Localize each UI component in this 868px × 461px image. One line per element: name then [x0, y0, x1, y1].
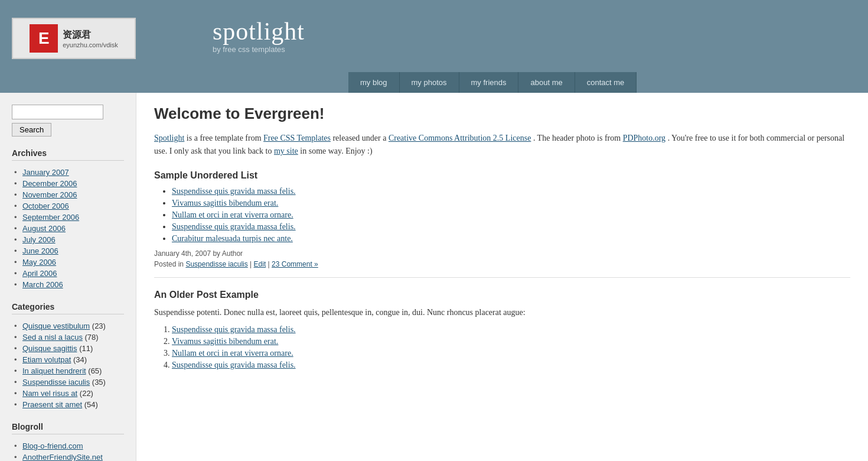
- post-1-category-link[interactable]: Suspendisse iaculis: [185, 260, 247, 268]
- pdphoto-link[interactable]: PDPhoto.org: [623, 134, 665, 142]
- list-item: Suspendisse quis gravida massa felis.: [172, 187, 850, 196]
- post-list-link[interactable]: Suspendisse quis gravida massa felis.: [172, 361, 296, 369]
- logo-zh-text: 资源君: [63, 29, 118, 41]
- list-item: September 2006: [12, 212, 124, 223]
- category-link[interactable]: Quisque sagittis: [22, 344, 77, 353]
- archive-link[interactable]: January 2007: [22, 168, 69, 177]
- list-item: Quisque vestibulum (23): [12, 320, 124, 332]
- category-link[interactable]: Quisque vestibulum: [22, 322, 90, 330]
- list-item: Praesent sit amet (54): [12, 399, 124, 410]
- post-1-comment-link[interactable]: 23 Comment »: [272, 260, 318, 268]
- logo-container[interactable]: E 资源君 eyunzhu.com/vdisk: [12, 18, 136, 59]
- category-count: (35): [92, 378, 106, 387]
- nav-item-about-me[interactable]: about me: [518, 72, 575, 93]
- categories-list: Quisque vestibulum (23) Sed a nisl a lac…: [12, 320, 124, 410]
- archive-link[interactable]: April 2006: [22, 269, 57, 278]
- post-list-link[interactable]: Suspendisse quis gravida massa felis.: [172, 222, 296, 231]
- search-input[interactable]: [12, 105, 103, 119]
- nav-item-my-blog[interactable]: my blog: [348, 72, 400, 93]
- post-list-link[interactable]: Vivamus sagittis bibendum erat.: [172, 199, 278, 207]
- list-item: August 2006: [12, 223, 124, 234]
- category-link[interactable]: Suspendisse iaculis: [22, 378, 90, 387]
- search-box-container: Search: [12, 105, 124, 137]
- list-item: January 2007: [12, 167, 124, 178]
- list-item: April 2006: [12, 268, 124, 279]
- list-item: Suspendisse iaculis (35): [12, 376, 124, 388]
- list-item: Vivamus sagittis bibendum erat.: [172, 199, 850, 208]
- list-item: Nullam et orci in erat viverra ornare.: [172, 349, 850, 358]
- archive-link[interactable]: October 2006: [22, 202, 69, 210]
- list-item: July 2006: [12, 234, 124, 245]
- creative-commons-link[interactable]: Creative Commons Attribution 2.5 License: [389, 134, 531, 142]
- site-title: spotlight: [213, 18, 856, 45]
- intro-text-2: released under a: [332, 134, 388, 142]
- blogroll-link[interactable]: Blog-o-friend.com: [22, 441, 83, 450]
- nav-bar: my blog my photos my friends about me co…: [0, 72, 868, 93]
- intro-text-5: in some way. Enjoy :): [300, 147, 372, 155]
- post-1-list: Suspendisse quis gravida massa felis. Vi…: [172, 187, 850, 244]
- list-item: Etiam volutpat (34): [12, 354, 124, 365]
- post-2-title: An Older Post Example: [154, 290, 850, 300]
- post-list-link[interactable]: Vivamus sagittis bibendum erat.: [172, 337, 278, 346]
- category-link[interactable]: In aliquet hendrerit: [22, 366, 86, 375]
- category-link[interactable]: Praesent sit amet: [22, 400, 82, 409]
- list-item: Suspendisse quis gravida massa felis.: [172, 222, 850, 232]
- search-button[interactable]: Search: [12, 123, 51, 137]
- site-subtitle: by free css templates: [213, 45, 856, 54]
- post-1-block: Sample Unordered List Suspendisse quis g…: [154, 170, 850, 278]
- list-item: In aliquet hendrerit (65): [12, 365, 124, 376]
- category-count: (54): [84, 400, 98, 409]
- archive-link[interactable]: September 2006: [22, 213, 79, 222]
- blogroll-section: Blogroll Blog-o-friend.com AnotherFriend…: [12, 422, 124, 461]
- main-content: Welcome to Evergreen! Spotlight is a fre…: [136, 93, 868, 461]
- post-2-block: An Older Post Example Suspendisse potent…: [154, 290, 850, 370]
- my-site-link[interactable]: my site: [274, 147, 298, 155]
- nav-item-my-photos[interactable]: my photos: [400, 72, 459, 93]
- blogroll-link[interactable]: AnotherFriendlySite.net: [22, 453, 103, 461]
- post-list-link[interactable]: Suspendisse quis gravida massa felis.: [172, 325, 296, 334]
- post-list-link[interactable]: Nullam et orci in erat viverra ornare.: [172, 349, 293, 358]
- post-list-link[interactable]: Nullam et orci in erat viverra ornare.: [172, 210, 293, 219]
- category-link[interactable]: Nam vel risus at: [22, 389, 77, 398]
- archive-link[interactable]: July 2006: [22, 235, 56, 244]
- post-list-link[interactable]: Suspendisse quis gravida massa felis.: [172, 187, 296, 196]
- category-count: (34): [73, 355, 87, 364]
- list-item: March 2006: [12, 279, 124, 290]
- list-item: October 2006: [12, 200, 124, 212]
- site-title-area: spotlight by free css templates: [213, 18, 856, 54]
- post-1-footer: Posted in Suspendisse iaculis | Edit | 2…: [154, 260, 850, 278]
- archive-link[interactable]: March 2006: [22, 280, 63, 289]
- list-item: Suspendisse quis gravida massa felis.: [172, 325, 850, 335]
- nav-item-contact-me[interactable]: contact me: [575, 72, 637, 93]
- intro-text-1: is a free template from: [187, 134, 263, 142]
- post-1-edit-link[interactable]: Edit: [254, 260, 266, 268]
- archive-link[interactable]: December 2006: [22, 179, 77, 188]
- free-css-link[interactable]: Free CSS Templates: [263, 134, 331, 142]
- archive-link[interactable]: May 2006: [22, 258, 56, 267]
- sidebar: Search Archives January 2007 December 20…: [0, 93, 136, 461]
- page-title: Welcome to Evergreen!: [154, 105, 850, 123]
- blogroll-list: Blog-o-friend.com AnotherFriendlySite.ne…: [12, 440, 124, 461]
- archives-title: Archives: [12, 148, 124, 161]
- archive-link[interactable]: June 2006: [22, 246, 58, 255]
- archive-link[interactable]: November 2006: [22, 190, 77, 199]
- list-item: Vivamus sagittis bibendum erat.: [172, 337, 850, 346]
- list-item: December 2006: [12, 178, 124, 189]
- post-list-link[interactable]: Curabitur malesuada turpis nec ante.: [172, 234, 293, 243]
- list-item: Nam vel risus at (22): [12, 388, 124, 399]
- intro-text-3: . The header photo is from: [533, 134, 623, 142]
- category-link[interactable]: Sed a nisl a lacus: [22, 333, 83, 342]
- archives-list: January 2007 December 2006 November 2006…: [12, 167, 124, 290]
- categories-title: Categories: [12, 302, 124, 314]
- spotlight-link[interactable]: Spotlight: [154, 134, 184, 142]
- list-item: Nullam et orci in erat viverra ornare.: [172, 210, 850, 220]
- logo-e-letter: E: [30, 24, 58, 53]
- list-item: Blog-o-friend.com: [12, 440, 124, 452]
- category-link[interactable]: Etiam volutpat: [22, 355, 71, 364]
- archives-section: Archives January 2007 December 2006 Nove…: [12, 148, 124, 290]
- archive-link[interactable]: August 2006: [22, 224, 66, 233]
- nav-item-my-friends[interactable]: my friends: [459, 72, 519, 93]
- list-item: May 2006: [12, 257, 124, 268]
- post-2-intro: Suspendisse potenti. Donec nulla est, la…: [154, 306, 850, 319]
- intro-paragraph-1: Spotlight is a free template from Free C…: [154, 132, 850, 158]
